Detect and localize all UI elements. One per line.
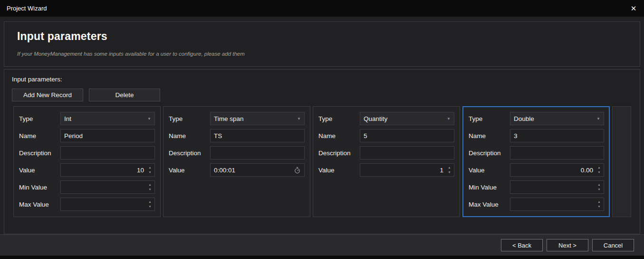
max-value-input[interactable]: ▲▼ bbox=[510, 198, 604, 211]
name-input[interactable]: TS bbox=[210, 129, 305, 142]
field-row: Description bbox=[469, 146, 604, 159]
field-row: Description bbox=[19, 146, 155, 159]
field-label: Name bbox=[169, 132, 210, 139]
chevron-down-icon: ▼ bbox=[596, 117, 600, 121]
value-input[interactable]: 0:00:01 bbox=[210, 163, 305, 177]
partial-next-card bbox=[612, 106, 631, 217]
field-label: Name bbox=[318, 132, 360, 139]
spinner-control[interactable]: ▲▼ bbox=[147, 183, 153, 191]
field-row: Value1▲▼ bbox=[318, 163, 454, 177]
field-label: Value bbox=[169, 167, 210, 174]
field-label: Value bbox=[318, 167, 360, 174]
title-bar: Project Wizard ✕ bbox=[0, 0, 644, 17]
wizard-step-header: Input parameters If your MoneyManagement… bbox=[4, 21, 640, 67]
description-input[interactable] bbox=[210, 146, 305, 159]
field-value: Double bbox=[514, 115, 534, 122]
spinner-up-icon[interactable]: ▲ bbox=[147, 183, 153, 187]
spinner-down-icon[interactable]: ▼ bbox=[596, 205, 602, 209]
field-label: Value bbox=[469, 167, 510, 174]
field-label: Description bbox=[169, 149, 210, 157]
field-value: 10 bbox=[137, 167, 144, 174]
parameter-card-2[interactable]: TypeTime span▼NameTSDescriptionValue0:00… bbox=[163, 106, 310, 217]
back-button[interactable]: < Back bbox=[501, 239, 543, 251]
name-input[interactable]: 3 bbox=[510, 129, 604, 142]
type-dropdown[interactable]: Quantity▼ bbox=[360, 112, 454, 125]
field-label: Name bbox=[469, 132, 510, 139]
field-value: Int bbox=[64, 115, 71, 122]
field-row: Description bbox=[318, 146, 454, 159]
parameters-label: Input parameters: bbox=[12, 76, 62, 83]
parameters-panel: Input parameters: Add New Record Delete … bbox=[4, 69, 640, 234]
type-dropdown[interactable]: Double▼ bbox=[510, 112, 604, 125]
field-label: Description bbox=[469, 149, 510, 157]
parameter-card-4[interactable]: TypeDouble▼Name3DescriptionValue0.00▲▼Mi… bbox=[462, 106, 610, 217]
field-label: Type bbox=[469, 115, 510, 122]
spinner-control[interactable]: ▲▼ bbox=[596, 200, 602, 208]
spinner-up-icon[interactable]: ▲ bbox=[596, 166, 602, 169]
field-row: Min Value▲▼ bbox=[469, 180, 604, 194]
add-new-record-button[interactable]: Add New Record bbox=[12, 89, 83, 101]
name-input[interactable]: Period bbox=[60, 129, 155, 142]
spinner-down-icon[interactable]: ▼ bbox=[446, 171, 452, 174]
field-label: Max Value bbox=[19, 201, 60, 208]
footer-bar: < Back Next > Cancel bbox=[0, 234, 644, 256]
field-row: Max Value▲▼ bbox=[469, 198, 604, 211]
spinner-down-icon[interactable]: ▼ bbox=[596, 171, 602, 174]
min-value-input[interactable]: ▲▼ bbox=[510, 180, 604, 194]
spinner-control[interactable]: ▲▼ bbox=[446, 166, 452, 174]
field-label: Type bbox=[318, 115, 360, 122]
field-row: Description bbox=[169, 146, 305, 159]
field-row: TypeTime span▼ bbox=[169, 112, 305, 125]
field-row: Value10▲▼ bbox=[19, 163, 155, 177]
spinner-down-icon[interactable]: ▼ bbox=[147, 171, 153, 174]
field-value: Time span bbox=[214, 115, 244, 122]
spinner-down-icon[interactable]: ▼ bbox=[596, 188, 602, 191]
spinner-control[interactable]: ▲▼ bbox=[596, 183, 602, 191]
spinner-up-icon[interactable]: ▲ bbox=[446, 166, 452, 169]
spinner-down-icon[interactable]: ▼ bbox=[147, 188, 153, 191]
name-input[interactable]: 5 bbox=[360, 129, 454, 142]
delete-button[interactable]: Delete bbox=[89, 89, 160, 101]
type-dropdown[interactable]: Int▼ bbox=[60, 112, 155, 125]
close-button[interactable]: ✕ bbox=[623, 0, 644, 17]
spinner-up-icon[interactable]: ▲ bbox=[147, 166, 153, 169]
cancel-button[interactable]: Cancel bbox=[592, 239, 634, 251]
bottom-edge bbox=[0, 256, 644, 259]
window-title: Project Wizard bbox=[0, 5, 47, 12]
description-input[interactable] bbox=[510, 146, 604, 159]
field-label: Min Value bbox=[19, 184, 60, 191]
description-input[interactable] bbox=[360, 146, 454, 159]
spinner-up-icon[interactable]: ▲ bbox=[147, 200, 153, 204]
field-label: Name bbox=[19, 132, 60, 139]
spinner-up-icon[interactable]: ▲ bbox=[596, 200, 602, 204]
parameter-cards-list: TypeInt▼NamePeriodDescriptionValue10▲▼Mi… bbox=[13, 106, 631, 217]
spinner-control[interactable]: ▲▼ bbox=[147, 166, 153, 174]
field-label: Description bbox=[318, 149, 360, 157]
spinner-control[interactable]: ▲▼ bbox=[147, 200, 153, 208]
clock-icon[interactable] bbox=[294, 167, 301, 174]
field-label: Type bbox=[19, 115, 60, 122]
spinner-control[interactable]: ▲▼ bbox=[596, 166, 602, 174]
description-input[interactable] bbox=[60, 146, 155, 159]
next-button[interactable]: Next > bbox=[547, 239, 588, 251]
field-row: NameTS bbox=[169, 129, 305, 142]
value-input[interactable]: 1▲▼ bbox=[360, 163, 454, 177]
spinner-down-icon[interactable]: ▼ bbox=[147, 205, 153, 209]
field-value: 0.00 bbox=[581, 167, 593, 174]
value-input[interactable]: 0.00▲▼ bbox=[510, 163, 604, 177]
chevron-down-icon: ▼ bbox=[447, 117, 451, 121]
close-icon: ✕ bbox=[631, 4, 637, 12]
type-dropdown[interactable]: Time span▼ bbox=[210, 112, 305, 125]
chevron-down-icon: ▼ bbox=[297, 117, 301, 121]
min-value-input[interactable]: ▲▼ bbox=[60, 180, 155, 194]
max-value-input[interactable]: ▲▼ bbox=[60, 198, 155, 211]
parameter-card-3[interactable]: TypeQuantity▼Name5DescriptionValue1▲▼ bbox=[313, 106, 460, 217]
field-row: Value0.00▲▼ bbox=[469, 163, 604, 177]
field-row: Value0:00:01 bbox=[169, 163, 305, 177]
spinner-up-icon[interactable]: ▲ bbox=[596, 183, 602, 187]
parameter-card-1[interactable]: TypeInt▼NamePeriodDescriptionValue10▲▼Mi… bbox=[13, 106, 161, 217]
toolbar: Add New Record Delete bbox=[12, 89, 160, 101]
value-input[interactable]: 10▲▼ bbox=[60, 163, 155, 177]
field-value: 0:00:01 bbox=[214, 167, 235, 174]
field-row: TypeDouble▼ bbox=[469, 112, 604, 125]
